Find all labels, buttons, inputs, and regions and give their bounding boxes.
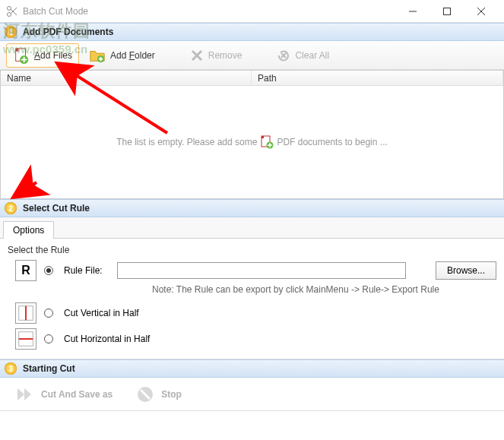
clear-all-label: Clear All xyxy=(295,50,329,61)
stop-label: Stop xyxy=(161,389,182,400)
step1-title: Add PDF Documents xyxy=(23,27,113,37)
step3-header: 3 Starting Cut xyxy=(0,359,504,378)
radio-cut-vertical[interactable] xyxy=(44,309,53,318)
rule-horizontal-row: Cut Horizontal in Half xyxy=(15,328,496,350)
clear-all-button[interactable]: Clear All xyxy=(270,45,336,66)
cut-horizontal-icon xyxy=(15,328,36,350)
close-button[interactable] xyxy=(464,1,498,22)
empty-text-prefix: The list is empty. Please add some xyxy=(116,137,257,147)
column-path[interactable]: Path xyxy=(252,71,503,85)
cut-horizontal-label: Cut Horizontal in Half xyxy=(64,334,150,344)
cut-vertical-icon xyxy=(15,302,36,324)
stop-icon xyxy=(135,385,155,404)
add-folder-label: Add Folder xyxy=(110,50,155,61)
svg-point-0 xyxy=(8,6,11,10)
select-rule-heading: Select the Rule xyxy=(8,245,496,255)
scissors-icon xyxy=(6,5,18,17)
rule-vertical-row: Cut Vertical in Half xyxy=(15,302,496,324)
maximize-button[interactable] xyxy=(430,1,464,22)
step1-header: 1 Add PDF Documents xyxy=(0,23,504,41)
step1-badge: 1 xyxy=(5,26,17,38)
step2-badge: 2 xyxy=(5,202,17,214)
browse-button[interactable]: Browse... xyxy=(436,261,496,280)
window-title: Batch Cut Mode xyxy=(23,6,395,17)
remove-icon xyxy=(190,49,204,62)
pdf-add-icon xyxy=(260,135,274,149)
step3-body: Cut And Save as Stop xyxy=(0,378,504,411)
remove-label: Remove xyxy=(208,50,242,61)
add-files-label: Add Files xyxy=(34,50,72,61)
add-folder-icon xyxy=(89,47,106,64)
file-list-header: Name Path xyxy=(1,71,503,86)
step3-badge: 3 xyxy=(5,362,17,375)
minimize-button[interactable] xyxy=(395,1,430,22)
rule-file-label: Rule File: xyxy=(64,265,109,276)
cut-vertical-label: Cut Vertical in Half xyxy=(64,308,139,318)
step2-header: 2 Select Cut Rule xyxy=(0,199,504,217)
rule-file-row: R Rule File: Browse... xyxy=(15,260,496,281)
step1-toolbar: Add Files Add Folder Remove Clear All xyxy=(0,41,504,70)
svg-line-2 xyxy=(11,9,17,15)
step3-title: Starting Cut xyxy=(23,363,75,374)
add-folder-button[interactable]: Add Folder xyxy=(82,43,162,68)
rule-note: Note: The Rule can be export by click Ma… xyxy=(152,284,496,295)
add-files-button[interactable]: Add Files xyxy=(6,43,79,68)
rule-file-icon: R xyxy=(15,260,36,281)
tab-options[interactable]: Options xyxy=(3,221,54,239)
options-panel: Select the Rule R Rule File: Browse... N… xyxy=(0,239,504,359)
file-list-empty: The list is empty. Please add some PDF d… xyxy=(1,86,503,198)
column-name[interactable]: Name xyxy=(1,71,252,85)
remove-button[interactable]: Remove xyxy=(183,45,249,66)
svg-line-3 xyxy=(11,8,17,14)
clear-all-icon xyxy=(277,49,290,62)
stop-button[interactable]: Stop xyxy=(135,385,182,404)
add-file-icon xyxy=(13,47,30,64)
play-forward-icon xyxy=(15,385,35,404)
step2-title: Select Cut Rule xyxy=(23,203,90,214)
svg-point-1 xyxy=(8,12,11,16)
empty-text-suffix: PDF documents to begin ... xyxy=(277,137,387,147)
radio-cut-horizontal[interactable] xyxy=(44,334,53,343)
rule-file-input[interactable] xyxy=(117,262,406,279)
cut-and-save-label: Cut And Save as xyxy=(41,389,113,400)
options-tabstrip: Options xyxy=(0,217,504,239)
title-bar: Batch Cut Mode xyxy=(0,0,504,23)
radio-rule-file[interactable] xyxy=(44,266,53,275)
cut-and-save-button[interactable]: Cut And Save as xyxy=(15,385,113,404)
svg-rect-5 xyxy=(443,8,450,14)
window-controls xyxy=(395,1,498,22)
file-list: Name Path The list is empty. Please add … xyxy=(0,70,504,199)
